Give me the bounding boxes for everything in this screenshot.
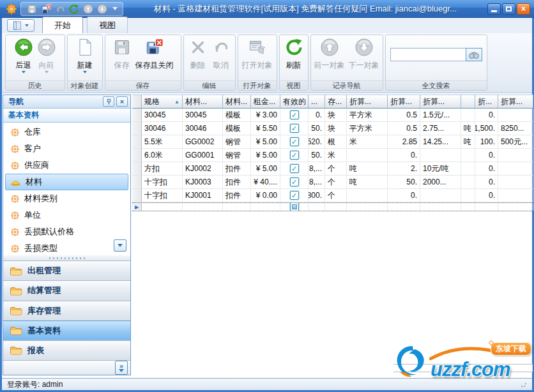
column-header[interactable]: 材料... bbox=[223, 94, 251, 109]
table-cell[interactable] bbox=[461, 109, 475, 122]
column-header[interactable]: 材料... bbox=[183, 94, 223, 109]
table-cell[interactable]: 扣件 bbox=[223, 162, 251, 176]
valid-checkbox-cell[interactable]: ✓ bbox=[280, 189, 309, 202]
table-cell[interactable] bbox=[347, 149, 388, 162]
table-cell[interactable]: 十字扣 bbox=[142, 189, 183, 202]
table-cell[interactable] bbox=[420, 149, 461, 162]
table-cell[interactable]: 钢管 bbox=[223, 149, 251, 162]
valid-checkbox[interactable]: ✓ bbox=[290, 110, 299, 119]
table-row[interactable]: 3004530045模板¥ 3.00✓0.块平方米0.51.5元/...0. bbox=[132, 109, 533, 122]
table-cell[interactable]: 0. bbox=[475, 176, 498, 189]
sidebar-item-loss-default-price[interactable]: 丢损默认价格 bbox=[5, 223, 128, 240]
table-cell[interactable]: 1.5元/... bbox=[420, 109, 461, 122]
table-cell[interactable]: 米 bbox=[325, 149, 347, 162]
valid-checkbox[interactable]: ✓ bbox=[290, 177, 299, 186]
chevron-down-icon[interactable] bbox=[83, 71, 87, 73]
nav-group-settlement[interactable]: 结算管理 bbox=[3, 280, 130, 300]
sidebar-item-material-category[interactable]: 材料类别 bbox=[5, 190, 128, 207]
table-cell[interactable]: 30046 bbox=[183, 122, 223, 135]
row-indicator[interactable] bbox=[132, 176, 142, 189]
table-cell[interactable]: 平方米 bbox=[347, 122, 388, 135]
table-cell[interactable]: 吨 bbox=[347, 162, 388, 176]
valid-checkbox-cell[interactable]: ✓ bbox=[280, 122, 309, 135]
valid-checkbox-cell[interactable]: ✓ bbox=[280, 162, 309, 176]
valid-checkbox-cell[interactable]: ✓ bbox=[280, 135, 309, 149]
table-cell[interactable]: 100. bbox=[475, 135, 498, 149]
table-cell[interactable]: 0. bbox=[475, 149, 498, 162]
table-cell[interactable]: 0. bbox=[475, 162, 498, 176]
column-header[interactable]: 折算... bbox=[388, 94, 420, 109]
table-cell[interactable]: 8,... bbox=[309, 176, 325, 189]
table-cell[interactable]: 模板 bbox=[223, 109, 251, 122]
valid-checkbox[interactable]: ✓ bbox=[290, 151, 299, 160]
table-cell[interactable]: ¥ 0.00 bbox=[251, 189, 280, 202]
maximize-button[interactable] bbox=[502, 3, 515, 15]
valid-checkbox[interactable]: ✓ bbox=[290, 191, 299, 200]
valid-checkbox-cell[interactable]: ✓ bbox=[280, 176, 309, 189]
table-cell[interactable]: KJ0001 bbox=[183, 189, 223, 202]
table-cell[interactable] bbox=[498, 162, 533, 176]
table-cell[interactable]: KJ0003 bbox=[183, 176, 223, 189]
table-cell[interactable] bbox=[461, 149, 475, 162]
table-cell[interactable]: 8,... bbox=[309, 162, 325, 176]
table-cell[interactable]: 0. bbox=[388, 149, 420, 162]
save-icon[interactable] bbox=[26, 3, 37, 14]
undo-icon[interactable] bbox=[54, 3, 65, 14]
back-button[interactable]: 后退 bbox=[12, 36, 35, 75]
table-row[interactable]: 十字扣KJ0003扣件¥ 40....✓8,...个吨50.2000...0. bbox=[132, 176, 533, 189]
table-cell[interactable]: 个 bbox=[325, 162, 347, 176]
table-cell[interactable]: 14.25... bbox=[420, 135, 461, 149]
column-header[interactable] bbox=[461, 94, 475, 109]
table-cell[interactable]: 平方米 bbox=[347, 109, 388, 122]
table-cell[interactable]: 吨 bbox=[461, 122, 475, 135]
table-cell[interactable]: ¥ 5.00 bbox=[251, 162, 280, 176]
table-cell[interactable]: 8250... bbox=[498, 122, 533, 135]
nav-more-button[interactable]: » bbox=[115, 361, 128, 375]
refresh-icon[interactable] bbox=[68, 3, 79, 14]
table-cell[interactable]: 50. bbox=[388, 176, 420, 189]
table-cell[interactable]: 2.75... bbox=[420, 122, 461, 135]
column-header[interactable]: 有效的 bbox=[280, 94, 309, 109]
new-record-row[interactable]: ▶ bbox=[132, 202, 533, 211]
table-cell[interactable]: 0. bbox=[475, 109, 498, 122]
nav-group-basic-data[interactable]: 基本资料 bbox=[3, 320, 130, 340]
delete-button[interactable]: 删除 bbox=[187, 36, 210, 71]
table-cell[interactable]: 0.5 bbox=[388, 109, 420, 122]
table-cell[interactable]: 钢管 bbox=[223, 135, 251, 149]
table-cell[interactable]: 2.85 bbox=[388, 135, 420, 149]
table-row[interactable]: 方扣KJ0002扣件¥ 5.00✓8,...个吨2.10元/吨0. bbox=[132, 162, 533, 176]
open-object-button[interactable]: 打开对象 bbox=[240, 36, 275, 71]
table-cell[interactable] bbox=[498, 176, 533, 189]
table-cell[interactable]: 扣件 bbox=[223, 189, 251, 202]
table-cell[interactable]: 0.5 bbox=[388, 122, 420, 135]
up-arrow-icon[interactable] bbox=[82, 3, 93, 14]
save-and-close-button[interactable]: 保存且关闭 bbox=[134, 36, 176, 71]
table-cell[interactable]: 30045 bbox=[183, 109, 223, 122]
sidebar-item-loss-type[interactable]: 丢损类型 bbox=[5, 240, 128, 257]
table-cell[interactable]: 0. bbox=[309, 109, 325, 122]
search-button[interactable] bbox=[466, 48, 482, 61]
valid-checkbox[interactable]: ✓ bbox=[290, 164, 299, 173]
table-cell[interactable]: 0. bbox=[388, 189, 420, 202]
sidebar-item-customer[interactable]: 客户 bbox=[5, 140, 128, 157]
table-cell[interactable]: 扣件 bbox=[223, 176, 251, 189]
column-header[interactable]: ... bbox=[309, 94, 325, 109]
valid-checkbox-cell[interactable]: ✓ bbox=[280, 109, 309, 122]
table-cell[interactable]: 1,500. bbox=[475, 122, 498, 135]
row-indicator[interactable] bbox=[132, 149, 142, 162]
chevron-down-icon[interactable] bbox=[22, 71, 26, 73]
table-row[interactable]: 十字扣KJ0001扣件¥ 0.00✓800.个0.0. bbox=[132, 189, 533, 202]
table-cell[interactable]: 吨 bbox=[347, 176, 388, 189]
table-cell[interactable]: KJ0002 bbox=[183, 162, 223, 176]
qat-more-chevron-icon[interactable] bbox=[112, 7, 118, 10]
table-cell[interactable]: ¥ 5.00 bbox=[251, 149, 280, 162]
close-button[interactable]: × bbox=[517, 3, 530, 15]
table-cell[interactable]: 个 bbox=[325, 176, 347, 189]
row-indicator[interactable] bbox=[132, 109, 142, 122]
column-header[interactable]: 折算... bbox=[498, 94, 533, 109]
table-cell[interactable]: 块 bbox=[325, 122, 347, 135]
sidebar-item-warehouse[interactable]: 仓库 bbox=[5, 124, 128, 140]
sidebar-item-supplier[interactable]: 供应商 bbox=[5, 157, 128, 174]
table-cell[interactable]: 根 bbox=[325, 135, 347, 149]
sidebar-item-unit[interactable]: 单位 bbox=[5, 207, 128, 223]
